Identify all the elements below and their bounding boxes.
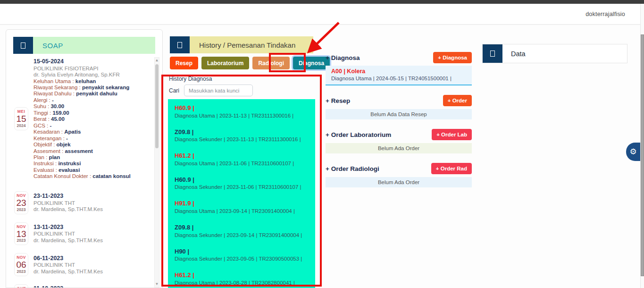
field-value: instruksi	[58, 161, 81, 166]
entry-field-line: Riwayat Sekarang : penyakit sekarang	[33, 85, 131, 91]
orders-panel: + Diagnosa + Diagnosa A00 | Kolera Diagn…	[326, 51, 472, 196]
entry-body: 15-05-2024 POLIKLINIK FISIOTERAPI dr. Sy…	[33, 58, 131, 180]
field-value: penyakit sekarang	[82, 85, 129, 90]
entry-field-line: Evaluasi : evaluasi	[33, 167, 131, 173]
diagnosis-item[interactable]: H61.2 | Diagnosa Utama | 2023-11-06 | TR…	[175, 152, 309, 166]
soap-entry[interactable]: NOV 06 2023 06-11-2023 POLIKLINIK THT dr…	[14, 253, 148, 276]
history-panel-icon	[170, 36, 190, 53]
scroll-up-icon[interactable]: ▲	[155, 58, 159, 63]
window-top-strip	[0, 0, 644, 4]
diagnosa-entry-detail: Diagnosa Utama | 2024-05-15 | TR24051500…	[331, 76, 466, 81]
rad-empty-state: Belum Ada Order	[326, 177, 472, 187]
diagnosis-code: Z09.8 |	[175, 224, 309, 231]
entry-field-line: Riwayat Dahulu : penyakit dahulu	[33, 91, 131, 97]
diagnosis-item[interactable]: H61.2 | Diagnosa Utama | 2023-08-28 | TR…	[175, 271, 309, 286]
user-menu[interactable]: dokterrajalfisio	[585, 11, 625, 17]
diagnosis-detail: Diagnosa Sekunder | 2023-09-14 | TR23091…	[175, 232, 309, 238]
data-panel: Data	[482, 44, 627, 63]
badge-day: 06	[15, 260, 28, 270]
placeholder-glyph-icon	[490, 51, 495, 57]
entry-body: 23-11-2023 POLIKLINIK THT dr. Mardelina,…	[33, 193, 103, 213]
field-value: plan	[49, 154, 60, 160]
entry-field-line: Tinggi : 159.00	[33, 110, 131, 116]
date-badge: NOV 23 2023	[14, 191, 28, 214]
search-input[interactable]	[184, 85, 253, 96]
field-value: -	[50, 123, 52, 128]
badge-year: 2023	[15, 208, 28, 212]
tab-resep[interactable]: Resep	[170, 57, 198, 69]
section-diagnosa-head: + Diagnosa + Diagnosa	[326, 51, 472, 64]
page-scrollbar-thumb[interactable]	[641, 34, 644, 276]
entry-date-title: 06-11-2023	[33, 255, 103, 262]
section-diagnosa-title: + Diagnosa	[326, 54, 360, 61]
field-value: evaluasi	[59, 167, 80, 173]
entry-field-line: Keterangan : -	[33, 136, 131, 142]
settings-drawer-button[interactable]: ⚙	[626, 143, 640, 161]
entry-field-line: GCS : -	[33, 123, 131, 129]
top-navbar: dokterrajalfisio	[0, 4, 644, 25]
field-label: GCS :	[33, 123, 50, 128]
soap-scrollbar-thumb[interactable]	[155, 64, 159, 148]
entry-field-line: Catatan Konsul Dokter : catatan konsul	[33, 173, 131, 179]
diagnosis-detail: Diagnosa Sekunder | 2023-11-06 | TR23110…	[175, 184, 309, 190]
gear-icon: ⚙	[629, 148, 636, 156]
add-order-lab-button[interactable]: + Order Lab	[432, 129, 472, 140]
diagnosis-detail: Diagnosa Utama | 2023-09-14 | TR23091400…	[175, 208, 309, 214]
soap-entry[interactable]: MEI 15 2024 15-05-2024 POLIKLINIK FISIOT…	[14, 58, 148, 180]
field-label: Plan :	[33, 154, 49, 160]
soap-entry[interactable]: NOV 23 2023 23-11-2023 POLIKLINIK THT dr…	[14, 191, 148, 214]
history-panel-header: History / Pemesanan Tindakan	[170, 36, 313, 53]
field-label: Instruksi :	[33, 161, 58, 166]
field-label: Kesadaran :	[33, 129, 64, 135]
field-label: Keluhan Utama :	[33, 78, 75, 84]
soap-scrollbar[interactable]: ▲ ▼	[154, 57, 159, 288]
diagnosis-item[interactable]: H91.9 | Diagnosa Utama | 2023-09-14 | TR…	[175, 200, 309, 214]
placeholder-glyph-icon	[177, 42, 182, 48]
entry-body: 11-10-2023	[33, 285, 63, 288]
entry-body: 06-11-2023 POLIKLINIK THT dr. Mardelina,…	[33, 255, 103, 275]
diagnosis-item[interactable]: Z09.8 | Diagnosa Sekunder | 2023-11-13 |…	[175, 128, 309, 143]
entry-field-line: Objektif : objek	[33, 142, 131, 148]
soap-entry[interactable]: NOV 13 2023 13-11-2023 POLIKLINIK THT dr…	[14, 222, 148, 246]
diagnosa-entry-code: A00 | Kolera	[331, 68, 466, 75]
entry-doctor: dr. Mardelina, Sp.THT.M.Kes	[33, 269, 103, 275]
soap-entry-list: MEI 15 2024 15-05-2024 POLIKLINIK FISIOT…	[14, 58, 148, 288]
field-label: Assesment :	[33, 148, 65, 154]
entry-doctor: dr. Mardelina, Sp.THT.M.Kes	[33, 237, 103, 244]
scroll-down-icon[interactable]: ▼	[155, 281, 159, 287]
page-scrollbar[interactable]	[640, 4, 644, 288]
field-value: penyakit dahulu	[76, 91, 117, 96]
tab-diagnosa[interactable]: Diagnosa	[293, 57, 330, 69]
badge-day: 15	[15, 114, 28, 124]
tab-radiologi[interactable]: Radiologi	[252, 57, 290, 69]
section-order-rad: + Order Radiologi + Order Rad Belum Ada …	[326, 162, 472, 187]
soap-entry[interactable]: OKT 11-10-2023	[14, 284, 148, 288]
tab-laboratorium[interactable]: Laboratorium	[201, 57, 249, 69]
diagnosis-code: H91.9 |	[175, 200, 309, 207]
diagnosis-item[interactable]: H60.9 | Diagnosa Utama | 2023-11-13 | TR…	[175, 104, 309, 119]
entry-clinic: POLIKLINIK THT	[33, 200, 103, 206]
section-resep: + Resep + Order Belum Ada Data Resep	[326, 94, 472, 119]
badge-day: 13	[15, 229, 28, 239]
date-badge: NOV 06 2023	[14, 253, 28, 276]
diagnosis-item[interactable]: Z09.8 | Diagnosa Sekunder | 2023-09-14 |…	[175, 224, 309, 238]
diagnosis-item[interactable]: H60.9 | Diagnosa Sekunder | 2023-11-06 |…	[175, 176, 309, 190]
add-order-rad-button[interactable]: + Order Rad	[431, 163, 472, 174]
diagnosis-item[interactable]: H90 | Diagnosa Sekunder | 2023-09-05 | T…	[175, 248, 309, 262]
field-value: 45.00	[51, 116, 65, 122]
diagnosa-entry[interactable]: A00 | Kolera Diagnosa Utama | 2024-05-15…	[326, 66, 472, 85]
date-badge: OKT	[14, 284, 28, 288]
section-resep-title: + Resep	[326, 97, 350, 104]
diagnosis-detail: Diagnosa Utama | 2023-08-28 | TR23082800…	[175, 280, 309, 286]
field-label: Tinggi :	[33, 110, 52, 116]
history-section-title: History Diagnosa	[169, 76, 315, 82]
add-order-resep-button[interactable]: + Order	[443, 95, 472, 106]
data-panel-icon	[483, 44, 502, 63]
field-label: Suhu :	[33, 103, 50, 109]
history-tabs: ResepLaboratoriumRadiologiDiagnosa	[170, 57, 315, 69]
resep-empty-state: Belum Ada Data Resep	[326, 109, 472, 119]
add-diagnosa-button[interactable]: + Diagnosa	[433, 52, 472, 63]
soap-panel-title: SOAP	[33, 37, 155, 54]
diagnosis-code: H61.2 |	[175, 152, 309, 160]
badge-year: 2023	[15, 238, 28, 243]
